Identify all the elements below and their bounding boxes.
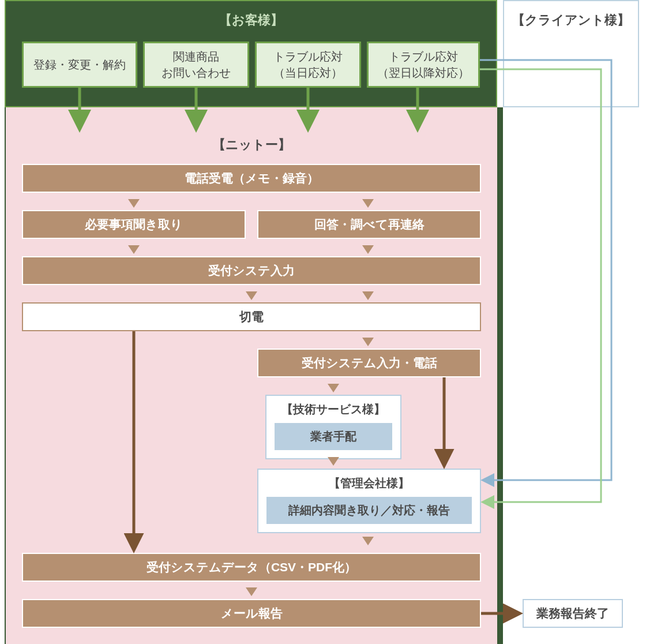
step-phone-receive: 電話受電（メモ・録音） xyxy=(22,164,481,193)
card-title: 【管理会社様】 xyxy=(266,475,472,491)
customer-box-label: 関連商品お問い合わせ xyxy=(162,48,231,81)
client-box-finish: 業務報告終了 xyxy=(523,599,623,628)
card-body: 詳細内容聞き取り／対応・報告 xyxy=(266,497,472,524)
step-label: 必要事項聞き取り xyxy=(85,216,183,233)
step-label: 回答・調べて再連絡 xyxy=(314,216,425,233)
step-label: 受付システム入力・電話 xyxy=(302,355,437,371)
step-label: 受付システ入力 xyxy=(208,263,295,279)
card-management: 【管理会社様】 詳細内容聞き取り／対応・報告 xyxy=(257,469,481,533)
step-label: 切電 xyxy=(239,309,264,325)
step-system-input: 受付システ入力 xyxy=(22,256,481,285)
customer-box-registration: 登録・変更・解約 xyxy=(22,42,137,88)
region-client: 【クライアント様】 xyxy=(503,0,639,107)
card-title: 【技術サービス様】 xyxy=(275,402,392,417)
step-label: 受付システムデータ（CSV・PDF化） xyxy=(147,559,356,575)
client-box-label: 業務報告終了 xyxy=(536,605,609,621)
region-nitto-title: 【ニットー】 xyxy=(6,136,497,153)
step-mail-report: メール報告 xyxy=(22,599,481,628)
card-body: 業者手配 xyxy=(275,423,392,450)
diagram-root: 【お客様】 【クライアント様】 【ニットー】 登録・変更・解約 関連商品お問い合… xyxy=(0,0,646,644)
region-divider xyxy=(497,107,503,644)
step-csv-pdf: 受付システムデータ（CSV・PDF化） xyxy=(22,553,481,582)
customer-box-label: 登録・変更・解約 xyxy=(33,57,126,73)
customer-box-label: トラブル応対（翌日以降対応） xyxy=(377,48,470,81)
customer-box-trouble-sameday: トラブル応対（当日応対） xyxy=(255,42,361,88)
region-customer-title: 【お客様】 xyxy=(6,12,496,29)
step-label: 電話受電（メモ・録音） xyxy=(185,170,319,186)
card-tech-service: 【技術サービス様】 業者手配 xyxy=(265,395,401,459)
region-client-title: 【クライアント様】 xyxy=(504,12,638,29)
step-hearing: 必要事項聞き取り xyxy=(22,210,246,239)
step-label: メール報告 xyxy=(221,605,283,621)
customer-box-label: トラブル応対（当日応対） xyxy=(273,48,343,81)
step-hangup: 切電 xyxy=(22,302,481,331)
customer-box-inquiry: 関連商品お問い合わせ xyxy=(143,42,249,88)
customer-box-trouble-nextday: トラブル応対（翌日以降対応） xyxy=(367,42,480,88)
step-system-input-phone: 受付システム入力・電話 xyxy=(257,349,481,377)
step-response: 回答・調べて再連絡 xyxy=(257,210,481,239)
